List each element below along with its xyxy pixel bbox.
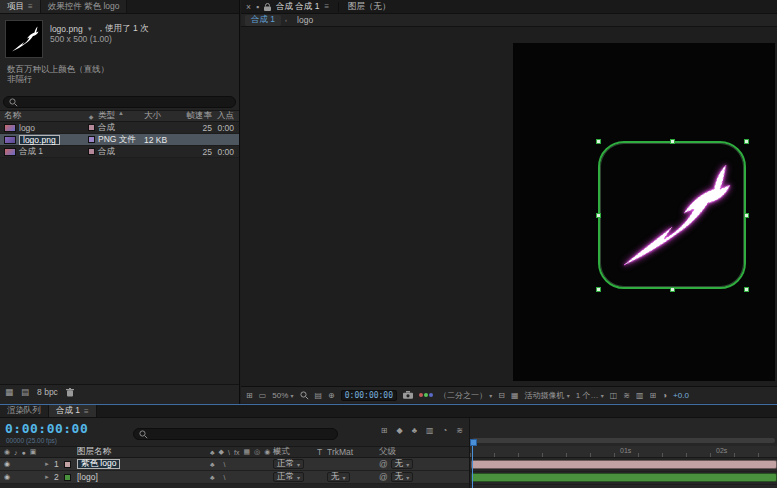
view-layout-dropdown[interactable]: 1 个… ▾: [576, 390, 604, 401]
tab-render-queue[interactable]: 渲染队列: [0, 405, 49, 417]
layer-bar-1[interactable]: [471, 460, 777, 469]
selection-handle[interactable]: [596, 139, 601, 144]
thumbnail-view-icon[interactable]: ▤: [21, 387, 29, 397]
selection-handle[interactable]: [596, 287, 601, 292]
parent-dropdown[interactable]: 无▾: [391, 459, 414, 469]
lock-icon[interactable]: [264, 3, 271, 11]
audio-column-icon[interactable]: ♪: [14, 449, 18, 456]
viewer-tab-logo[interactable]: logo: [291, 15, 319, 26]
selection-handle[interactable]: [744, 139, 749, 144]
col-type[interactable]: 类型: [98, 110, 115, 122]
comp-mini-flow-icon[interactable]: ⊞: [381, 426, 388, 435]
motion-blur-switch-icon[interactable]: ◎: [254, 448, 260, 456]
fit-view-icon[interactable]: ⊞: [246, 391, 253, 400]
col-name[interactable]: 名称: [0, 110, 84, 122]
current-time-indicator-handle[interactable]: [470, 439, 477, 446]
zoom-dropdown[interactable]: 50% ▾: [272, 391, 293, 400]
solo-column-icon[interactable]: ●: [22, 449, 26, 456]
selection-handle[interactable]: [670, 139, 675, 144]
eye-icon[interactable]: ◉: [4, 473, 10, 481]
pickwhip-icon[interactable]: @: [379, 472, 388, 482]
footage-thumbnail[interactable]: [5, 20, 43, 58]
col-layer-name[interactable]: 图层名称: [77, 446, 207, 458]
motion-blur-icon[interactable]: ◔: [442, 426, 447, 435]
timeline-search-input[interactable]: [133, 428, 338, 440]
shy-toggle-icon[interactable]: ♣: [210, 474, 215, 481]
layer-row-2[interactable]: ◉ ► 2 [logo] ♣ \ 正常▾ 无▾ @: [0, 471, 469, 484]
active-camera-dropdown[interactable]: 活动摄像机 ▾: [524, 390, 569, 401]
exposure-reset-icon[interactable]: ◑: [662, 391, 667, 400]
tab-effect-controls[interactable]: 效果控件 紫色 logo: [41, 0, 128, 13]
panel-menu-icon[interactable]: ≡: [324, 2, 329, 11]
selection-handle[interactable]: [744, 213, 749, 218]
selected-layer-bounds[interactable]: [598, 141, 746, 289]
frame-blend-switch-icon[interactable]: ▦: [243, 448, 250, 456]
pickwhip-icon[interactable]: @: [379, 459, 388, 469]
tab-project[interactable]: 项目 ≡: [0, 0, 41, 13]
resolution-dropdown[interactable]: （二分之一） ▾: [439, 390, 492, 401]
col-framerate[interactable]: 帧速率: [178, 110, 212, 122]
panel-menu-icon[interactable]: ≡: [28, 2, 33, 11]
trash-icon[interactable]: [66, 388, 74, 397]
collapse-switch-icon[interactable]: ◆: [219, 448, 224, 456]
quality-toggle-icon[interactable]: \: [224, 461, 226, 468]
time-ruler[interactable]: 01s 02s: [470, 446, 777, 458]
project-table-header[interactable]: 名称 ◆ 类型 ▲ 大小 帧速率 入点: [0, 110, 239, 122]
snapshot-camera-icon[interactable]: [403, 391, 413, 399]
mode-dropdown[interactable]: 正常▾: [273, 459, 304, 469]
timeline-track-area[interactable]: 01s 02s: [470, 418, 777, 488]
rulers-icon[interactable]: ▤: [315, 391, 323, 400]
label-chip[interactable]: [64, 461, 71, 468]
label-column-icon[interactable]: ◆: [89, 113, 94, 120]
layer-row-1[interactable]: ◉ ► 1 紫色 logo ♣ \ 正常▾ @: [0, 458, 469, 471]
firefly-ship-logo[interactable]: [612, 155, 732, 275]
caret-down-icon[interactable]: ▼: [87, 26, 93, 32]
bit-depth-indicator[interactable]: 8 bpc: [37, 387, 58, 397]
project-row-logo[interactable]: logo 合成 25 0:00: [0, 122, 239, 134]
shy-layers-icon[interactable]: ♣: [412, 426, 417, 435]
adjustment-switch-icon[interactable]: ◉: [264, 448, 270, 456]
project-row-comp1[interactable]: 合成 1 合成 25 0:00: [0, 146, 239, 158]
mini-timeline-icon[interactable]: ▥: [636, 391, 644, 400]
layer-name-input[interactable]: 紫色 logo: [77, 459, 120, 469]
fx-switch-icon[interactable]: fx: [234, 449, 239, 456]
current-time-indicator-line[interactable]: [472, 439, 473, 488]
tab-timeline-comp1[interactable]: 合成 1 ≡: [49, 405, 97, 417]
label-chip[interactable]: [88, 136, 95, 143]
current-time-display[interactable]: 0:00:00:00: [5, 421, 88, 436]
selection-handle[interactable]: [744, 287, 749, 292]
col-inpoint[interactable]: 入点: [212, 110, 239, 122]
graph-editor-icon[interactable]: ≋: [456, 426, 463, 435]
quality-toggle-icon[interactable]: \: [224, 474, 226, 481]
viewer-tab-comp1[interactable]: 合成 1: [245, 15, 281, 26]
tab-composition-label[interactable]: 合成 合成 1: [276, 1, 319, 13]
comp-flow-icon[interactable]: ⊞: [649, 391, 656, 400]
item-name-editing[interactable]: logo.png: [19, 135, 60, 145]
transparency-grid-icon[interactable]: ▦: [511, 391, 519, 400]
col-preserve-transparency[interactable]: T: [317, 447, 327, 457]
tab-layer-none[interactable]: 图层（无）: [348, 1, 391, 13]
trkmat-dropdown[interactable]: 无▾: [327, 472, 350, 482]
viewer-timecode[interactable]: 0:00:00:00: [341, 390, 397, 401]
panel-menu-icon[interactable]: ≡: [84, 407, 89, 416]
close-icon[interactable]: ×: [246, 2, 251, 12]
twirl-icon[interactable]: ►: [44, 474, 54, 480]
layer-name[interactable]: [logo]: [77, 472, 207, 482]
col-parent[interactable]: 父级: [379, 446, 469, 458]
list-view-icon[interactable]: ▦: [5, 387, 13, 397]
project-search-input[interactable]: [3, 96, 236, 108]
project-list-empty-area[interactable]: [0, 158, 239, 384]
selection-handle[interactable]: [596, 213, 601, 218]
magnifier-icon[interactable]: [300, 391, 309, 400]
eye-column-icon[interactable]: ◉: [4, 448, 10, 456]
label-chip[interactable]: [88, 124, 95, 131]
region-of-interest-icon[interactable]: ⊟: [498, 391, 505, 400]
panel-grip-icon[interactable]: ▪: [256, 2, 259, 12]
mask-visibility-icon[interactable]: ⊕: [328, 391, 335, 400]
label-chip[interactable]: [64, 474, 71, 481]
composition-canvas[interactable]: [513, 43, 775, 381]
layer-bar-2[interactable]: [471, 473, 777, 482]
fast-preview-icon[interactable]: ≋: [623, 391, 630, 400]
show-channels-icon[interactable]: [419, 393, 433, 397]
col-size[interactable]: 大小: [144, 110, 178, 122]
